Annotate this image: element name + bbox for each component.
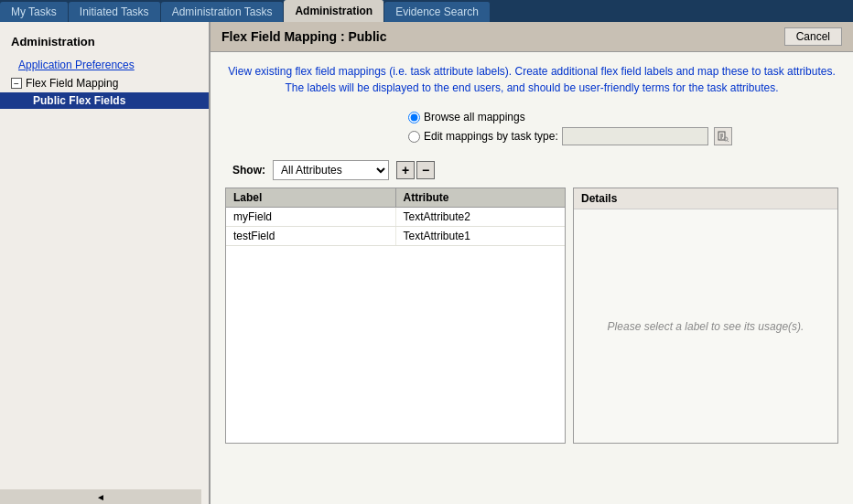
col-header-attribute: Attribute	[396, 188, 566, 207]
browse-icon[interactable]	[714, 127, 732, 145]
info-text: View existing flex field mappings (i.e. …	[225, 63, 838, 96]
sidebar-item-app-preferences[interactable]: Application Preferences	[0, 56, 209, 74]
sidebar-scroll-arrow[interactable]: ◄	[0, 489, 201, 504]
radio-edit-label[interactable]: Edit mappings by task type:	[424, 130, 558, 143]
main-layout: Administration Application Preferences −…	[0, 22, 853, 504]
remove-button[interactable]: −	[416, 161, 435, 179]
table-cell-attribute: TextAttribute2	[396, 208, 566, 226]
table-header: Label Attribute	[226, 188, 565, 208]
radio-browse-label[interactable]: Browse all mappings	[424, 111, 525, 123]
task-type-input[interactable]	[562, 127, 708, 145]
show-select[interactable]: All Attributes Text Attributes Number At…	[273, 160, 389, 180]
details-empty-message: Please select a label to see its usage(s…	[608, 320, 804, 333]
details-header: Details	[574, 188, 837, 209]
sidebar-title: Administration	[0, 29, 209, 56]
sidebar-section-flex-field-mapping: − Flex Field Mapping	[0, 74, 209, 92]
sidebar: Administration Application Preferences −…	[0, 22, 211, 504]
tab-initiated-tasks[interactable]: Initiated Tasks	[69, 2, 161, 22]
radio-browse[interactable]	[408, 112, 420, 123]
radio-edit-row: Edit mappings by task type:	[408, 127, 732, 145]
table-cell-attribute: TextAttribute1	[396, 227, 566, 245]
radio-group: Browse all mappings Edit mappings by tas…	[408, 111, 838, 145]
cancel-button[interactable]: Cancel	[784, 27, 842, 46]
tab-evidence-search[interactable]: Evidence Search	[384, 2, 491, 22]
content-header: Flex Field Mapping : Public Cancel	[211, 22, 853, 52]
table-cell-label: testField	[226, 227, 396, 245]
page-title: Flex Field Mapping : Public	[221, 29, 386, 44]
show-label: Show:	[232, 164, 265, 177]
sidebar-section-toggle[interactable]: −	[11, 78, 22, 89]
sidebar-item-public-flex-fields[interactable]: Public Flex Fields	[0, 92, 209, 109]
add-button[interactable]: +	[396, 161, 415, 179]
radio-browse-row: Browse all mappings	[408, 111, 525, 123]
tab-bar: My Tasks Initiated Tasks Administration …	[0, 0, 853, 22]
svg-line-5	[727, 141, 729, 143]
table-cell-label: myField	[226, 208, 396, 226]
table-panel: Label Attribute myField TextAttribute2 t…	[225, 188, 566, 444]
tab-administration-tasks[interactable]: Administration Tasks	[161, 2, 285, 22]
add-remove-buttons: + −	[396, 161, 435, 179]
two-panel: Label Attribute myField TextAttribute2 t…	[225, 188, 838, 444]
tab-administration[interactable]: Administration	[284, 0, 384, 22]
table-row[interactable]: myField TextAttribute2	[226, 208, 565, 227]
radio-edit[interactable]	[408, 131, 420, 143]
details-panel: Details Please select a label to see its…	[573, 188, 838, 444]
col-header-label: Label	[226, 188, 396, 207]
table-row[interactable]: testField TextAttribute1	[226, 227, 565, 246]
show-row: Show: All Attributes Text Attributes Num…	[232, 160, 838, 180]
content-area: Flex Field Mapping : Public Cancel View …	[211, 22, 853, 504]
content-body: View existing flex field mappings (i.e. …	[211, 52, 853, 504]
tab-my-tasks[interactable]: My Tasks	[0, 2, 69, 22]
details-body: Please select a label to see its usage(s…	[574, 209, 837, 443]
